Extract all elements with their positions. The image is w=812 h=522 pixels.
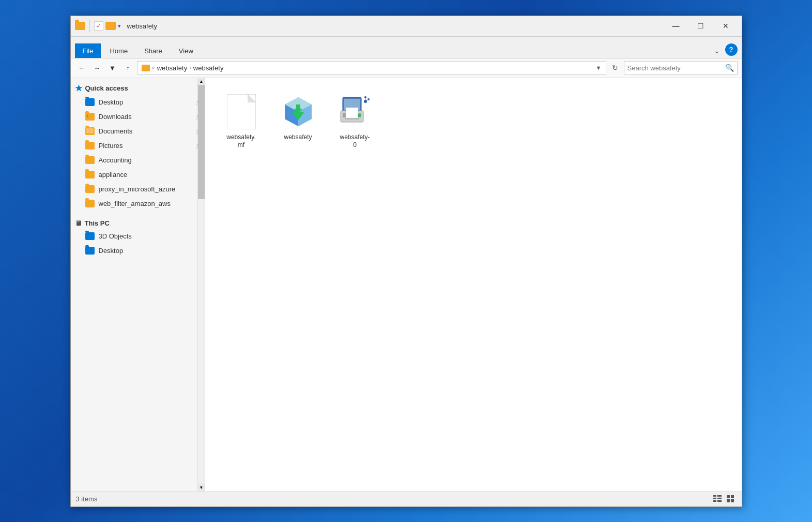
svg-rect-9: [296, 105, 300, 112]
address-bar: ← → ▼ ↑ « websafety › websafety ▼ ↻ 🔍: [71, 58, 742, 78]
sidebar-item-desktop-pc[interactable]: Desktop: [71, 244, 205, 258]
title-separator: [89, 20, 90, 32]
svg-rect-30: [731, 495, 734, 498]
title-bar: ✓ ▾ websafety — ☐ ✕: [71, 16, 742, 37]
file-label-mf: websafety.mf: [226, 133, 255, 150]
file-item-websafety-0[interactable]: websafety-0: [329, 88, 381, 154]
view-controls: [712, 494, 737, 504]
sidebar-item-appliance[interactable]: appliance: [71, 168, 205, 182]
up-button[interactable]: ↑: [121, 61, 135, 74]
svg-rect-24: [717, 495, 722, 497]
quick-access-label: Quick access: [85, 84, 128, 92]
title-folder2-icon: [105, 22, 116, 30]
sidebar-scrollbar-thumb[interactable]: [198, 85, 205, 199]
downloads-folder-icon: [85, 113, 95, 121]
sidebar-item-label: Desktop: [99, 247, 124, 255]
ribbon-collapse-icon[interactable]: ⌄: [710, 43, 724, 58]
title-checkmark-icon: ✓: [94, 21, 103, 31]
sidebar-item-label: Desktop: [99, 98, 124, 106]
sidebar-item-label: Accounting: [99, 156, 132, 164]
sidebar-item-proxy-azure[interactable]: proxy_in_microsoft_azure: [71, 182, 205, 197]
tab-home[interactable]: Home: [102, 43, 135, 58]
path-part-1[interactable]: websafety: [157, 64, 188, 72]
quick-access-star-icon: ★: [75, 83, 82, 93]
desktop-folder-icon: [85, 98, 95, 106]
sidebar-item-label: Documents: [99, 127, 133, 135]
sidebar-scroll-area: ★ Quick access Desktop 📌 Downloads 📌: [71, 78, 205, 491]
recent-locations-button[interactable]: ▼: [106, 61, 119, 74]
pictures-folder-icon: [85, 142, 95, 150]
svg-rect-28: [717, 500, 722, 502]
details-view-button[interactable]: [712, 494, 723, 504]
documents-folder-icon: [85, 127, 95, 135]
this-pc-label: This PC: [85, 219, 110, 227]
sidebar-item-label: appliance: [99, 171, 128, 178]
sidebar-item-label: Pictures: [99, 142, 123, 150]
large-icons-view-button[interactable]: [725, 494, 737, 504]
path-folder-icon: [142, 65, 150, 71]
title-dropdown-icon[interactable]: ▾: [118, 23, 121, 29]
sidebar-item-downloads[interactable]: Downloads 📌: [71, 110, 205, 124]
sidebar-item-label: proxy_in_microsoft_azure: [99, 185, 176, 193]
sidebar-scroll-down-button[interactable]: ▼: [198, 484, 205, 491]
3dobjects-folder-icon: [85, 232, 95, 240]
main-content: ★ Quick access Desktop 📌 Downloads 📌: [71, 78, 742, 491]
svg-rect-15: [346, 108, 358, 118]
tab-view[interactable]: View: [171, 43, 201, 58]
quick-access-header[interactable]: ★ Quick access: [71, 80, 205, 95]
maximize-button[interactable]: ☐: [689, 18, 713, 34]
svg-rect-27: [713, 500, 716, 502]
back-button[interactable]: ←: [75, 61, 88, 74]
search-box[interactable]: 🔍: [624, 61, 738, 74]
svg-rect-26: [717, 498, 722, 499]
path-breadcrumb-sep: «: [152, 65, 155, 71]
this-pc-header[interactable]: 🖥 This PC: [71, 216, 205, 229]
svg-rect-29: [727, 495, 730, 498]
file-icon-printer: [336, 93, 374, 130]
help-button[interactable]: ?: [725, 43, 738, 56]
search-icon: 🔍: [725, 64, 734, 72]
sidebar-item-desktop[interactable]: Desktop 📌: [71, 95, 205, 110]
svg-rect-32: [731, 499, 734, 502]
sidebar: ★ Quick access Desktop 📌 Downloads 📌: [71, 78, 205, 491]
tab-share[interactable]: Share: [136, 43, 170, 58]
file-label-printer: websafety-0: [340, 133, 370, 150]
sidebar-item-pictures[interactable]: Pictures 📌: [71, 139, 205, 153]
file-item-websafety-mf[interactable]: websafety.mf: [216, 88, 267, 154]
desktop2-folder-icon: [85, 247, 95, 255]
svg-rect-23: [713, 495, 716, 497]
svg-rect-31: [727, 499, 730, 502]
file-icon-mf: [223, 93, 260, 130]
status-bar: 3 items: [71, 491, 742, 506]
minimize-button[interactable]: —: [664, 18, 688, 34]
search-input[interactable]: [627, 64, 723, 72]
sidebar-item-3dobjects[interactable]: 3D Objects: [71, 229, 205, 244]
file-icon-installer: [280, 93, 317, 130]
file-area: websafety.mf: [205, 78, 742, 491]
svg-rect-22: [345, 118, 359, 120]
window-controls: — ☐ ✕: [664, 18, 738, 34]
svg-point-21: [358, 114, 361, 117]
sidebar-item-documents[interactable]: Documents 📌: [71, 124, 205, 139]
forward-button[interactable]: →: [90, 61, 104, 74]
refresh-button[interactable]: ↻: [608, 61, 622, 74]
title-folder-icon: [75, 22, 85, 30]
tab-file[interactable]: File: [75, 43, 101, 58]
webfilter-aws-folder-icon: [85, 200, 95, 207]
path-part-2[interactable]: websafety: [193, 64, 224, 72]
file-item-websafety-installer[interactable]: websafety: [272, 88, 324, 154]
explorer-window: ✓ ▾ websafety — ☐ ✕ File Home Share View…: [70, 16, 742, 507]
appliance-folder-icon: [85, 171, 95, 178]
close-button[interactable]: ✕: [714, 18, 738, 34]
path-dropdown-icon[interactable]: ▼: [596, 65, 602, 71]
address-path[interactable]: « websafety › websafety ▼: [137, 61, 606, 74]
sidebar-item-label: Downloads: [99, 113, 132, 121]
file-label-installer: websafety: [284, 133, 312, 142]
svg-rect-25: [713, 498, 716, 499]
sidebar-scroll-up-button[interactable]: ▲: [198, 78, 205, 85]
sidebar-item-webfilter-aws[interactable]: web_filter_amazon_aws: [71, 197, 205, 211]
sidebar-item-accounting[interactable]: Accounting: [71, 153, 205, 168]
title-bar-icons: ✓ ▾: [75, 20, 121, 32]
window-title: websafety: [127, 22, 661, 30]
this-pc-icon: 🖥: [75, 219, 82, 227]
